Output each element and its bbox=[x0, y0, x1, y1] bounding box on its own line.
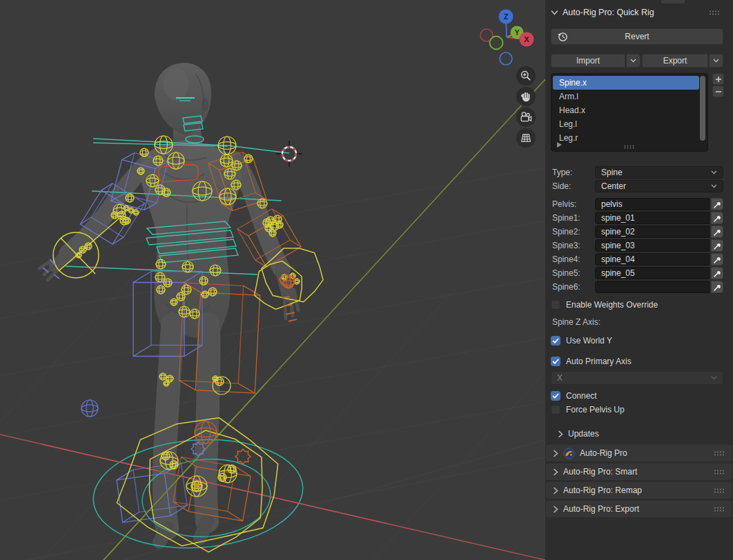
gizmo-x-axis[interactable]: X bbox=[520, 32, 534, 47]
viewport-3d[interactable]: Z Y X bbox=[0, 0, 545, 560]
plus-icon bbox=[715, 76, 722, 83]
cursor-3d bbox=[276, 141, 302, 167]
bone-name-field[interactable]: pelvis bbox=[595, 198, 710, 210]
eyedropper-icon bbox=[713, 255, 722, 264]
eyedropper-button[interactable] bbox=[711, 253, 723, 266]
panel-grip-icon[interactable] bbox=[714, 450, 725, 457]
chevron-right-icon bbox=[558, 430, 563, 438]
pan-hand-icon[interactable] bbox=[516, 87, 536, 106]
export-label: Export bbox=[663, 56, 687, 66]
chevron-right-icon bbox=[553, 506, 558, 513]
updates-subpanel-header[interactable]: Updates bbox=[558, 428, 599, 439]
list-item[interactable]: Spine.x bbox=[553, 76, 699, 90]
list-scrollbar[interactable] bbox=[700, 76, 705, 141]
list-item[interactable]: Head.x bbox=[553, 103, 699, 117]
gizmo-minus-z[interactable] bbox=[500, 52, 512, 65]
camera-icon[interactable] bbox=[516, 108, 536, 127]
auto-rig-pro-logo-icon bbox=[563, 448, 575, 459]
export-dropdown-button[interactable] bbox=[709, 54, 723, 68]
bone-name-field[interactable]: spine_04 bbox=[595, 253, 710, 266]
checkbox-label: Auto Primary Axis bbox=[566, 357, 632, 366]
eyedropper-button[interactable] bbox=[711, 267, 723, 279]
eyedropper-button[interactable] bbox=[711, 198, 723, 210]
navigation-gizmo[interactable]: Z Y X bbox=[478, 6, 543, 71]
checkbox-connect[interactable]: Connect bbox=[551, 390, 597, 401]
side-value: Center bbox=[601, 181, 626, 191]
panel-top-tab[interactable] bbox=[661, 0, 685, 3]
gizmo-z-axis[interactable]: Z bbox=[499, 10, 514, 24]
eyedropper-button[interactable] bbox=[711, 239, 723, 252]
primary-axis-value: X bbox=[557, 373, 563, 383]
type-label: Type: bbox=[552, 166, 572, 179]
export-button[interactable]: Export bbox=[642, 54, 708, 68]
checkbox-box[interactable] bbox=[551, 391, 560, 401]
checkbox-box[interactable] bbox=[551, 405, 560, 414]
gizmo-minus-y[interactable] bbox=[490, 37, 503, 50]
panel-header-quick-rig[interactable]: Auto-Rig Pro: Quick Rig bbox=[551, 6, 727, 19]
panel-header-auto-rig-pro-smart[interactable]: Auto-Rig Pro: Smart bbox=[546, 463, 732, 480]
eyedropper-button[interactable] bbox=[711, 226, 723, 238]
list-expand-handle[interactable] bbox=[557, 142, 562, 148]
list-remove-button[interactable] bbox=[712, 86, 724, 97]
checkbox-box[interactable] bbox=[551, 336, 560, 346]
bone-name-field[interactable]: spine_02 bbox=[595, 226, 710, 238]
bone-label: Spine3: bbox=[552, 239, 580, 252]
panel-grip-icon[interactable] bbox=[714, 469, 725, 475]
primary-axis-dropdown[interactable]: X bbox=[551, 371, 723, 385]
chevron-right-icon bbox=[553, 450, 558, 457]
eyedropper-button[interactable] bbox=[711, 212, 723, 224]
checkbox-force-pelvis-up[interactable]: Force Pelvis Up bbox=[551, 404, 625, 415]
list-item[interactable]: Arm.l bbox=[553, 90, 699, 103]
eyedropper-icon bbox=[713, 200, 722, 209]
zoom-in-icon[interactable] bbox=[516, 66, 536, 86]
panel-label: Auto-Rig Pro: Remap bbox=[563, 486, 642, 495]
checkbox-enable-weights-override[interactable]: Enable Weights Override bbox=[551, 299, 658, 310]
panel-header-auto-rig-pro-remap[interactable]: Auto-Rig Pro: Remap bbox=[546, 482, 732, 499]
import-button[interactable]: Import bbox=[551, 54, 625, 68]
panel-header-auto-rig-pro[interactable]: Auto-Rig Pro bbox=[546, 445, 732, 461]
chevron-down-icon bbox=[630, 59, 636, 63]
panel-title: Auto-Rig Pro: Quick Rig bbox=[563, 8, 654, 17]
spine-z-axis-label: Spine Z Axis: bbox=[552, 317, 600, 327]
eyedropper-icon bbox=[713, 214, 722, 223]
chevron-down-icon bbox=[711, 376, 717, 380]
type-dropdown[interactable]: Spine bbox=[595, 166, 723, 179]
list-add-button[interactable] bbox=[712, 73, 724, 85]
chevron-down-icon bbox=[713, 59, 719, 63]
panel-grip-icon[interactable] bbox=[714, 488, 725, 494]
eyedropper-button[interactable] bbox=[711, 281, 723, 293]
panel-grip-icon[interactable] bbox=[714, 506, 725, 512]
chevron-down-icon bbox=[711, 184, 717, 188]
revert-label: Revert bbox=[625, 32, 649, 41]
chevron-down-icon bbox=[551, 10, 558, 15]
bone-name-field[interactable]: spine_03 bbox=[595, 239, 710, 252]
panel-grip-icon[interactable] bbox=[709, 10, 721, 16]
bone-name-field[interactable]: spine_01 bbox=[595, 212, 710, 224]
list-item[interactable]: Leg.r bbox=[553, 131, 699, 145]
list-resize-grip-icon[interactable] bbox=[624, 145, 636, 149]
panel-label: Auto-Rig Pro bbox=[580, 448, 627, 458]
bone-label: Pelvis: bbox=[552, 198, 576, 210]
chevron-down-icon bbox=[711, 170, 717, 174]
bone-label: Spine4: bbox=[552, 253, 580, 266]
eyedropper-icon bbox=[713, 269, 722, 278]
checkbox-box[interactable] bbox=[551, 300, 560, 310]
import-label: Import bbox=[576, 56, 600, 66]
checkbox-auto-primary-axis[interactable]: Auto Primary Axis bbox=[551, 356, 632, 367]
panel-header-auto-rig-pro-export[interactable]: Auto-Rig Pro: Export bbox=[546, 501, 732, 517]
bone-name-field[interactable] bbox=[595, 281, 710, 293]
bone-label: Spine1: bbox=[552, 212, 580, 224]
revert-button[interactable]: Revert bbox=[551, 28, 723, 45]
perspective-grid-icon[interactable] bbox=[516, 128, 536, 148]
scene-canvas[interactable] bbox=[0, 0, 545, 560]
type-value: Spine bbox=[601, 168, 623, 177]
bone-name-field[interactable]: spine_05 bbox=[595, 267, 710, 279]
list-item[interactable]: Leg.l bbox=[553, 117, 699, 131]
checkbox-label: Connect bbox=[566, 391, 597, 401]
import-dropdown-button[interactable] bbox=[626, 54, 641, 68]
checkbox-box[interactable] bbox=[551, 357, 560, 366]
checkbox-label: Use World Y bbox=[566, 336, 612, 346]
checkbox-use-world-y[interactable]: Use World Y bbox=[551, 335, 612, 346]
panel-label: Auto-Rig Pro: Export bbox=[563, 504, 639, 514]
side-dropdown[interactable]: Center bbox=[595, 180, 723, 192]
